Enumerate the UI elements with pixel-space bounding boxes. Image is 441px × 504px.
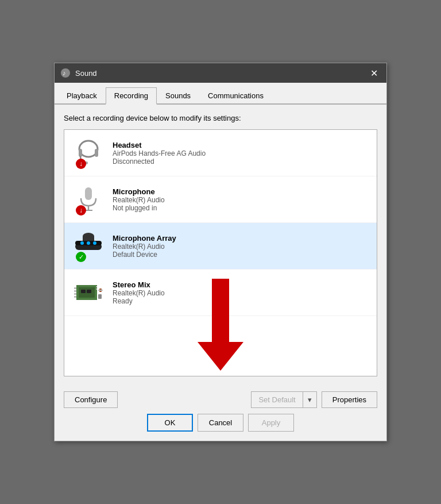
- action-buttons-row: Configure Set Default ▾ Properties: [64, 391, 377, 408]
- device-status-stereo-mix: Ready: [113, 297, 165, 305]
- svg-rect-21: [74, 290, 76, 292]
- device-icon-mic-array-wrap: ✓: [71, 229, 106, 263]
- device-info-stereo-mix: Stereo Mix Realtek(R) Audio Ready: [113, 280, 165, 305]
- device-sub-mic-array: Realtek(R) Audio: [113, 243, 176, 251]
- badge-green-mic-array: ✓: [76, 252, 86, 262]
- svg-rect-3: [79, 149, 82, 157]
- tab-sounds[interactable]: Sounds: [157, 87, 199, 105]
- tab-playback[interactable]: Playback: [58, 87, 106, 105]
- device-status-mic: Not plugged in: [113, 204, 165, 212]
- device-info-mic-array: Microphone Array Realtek(R) Audio Defaul…: [113, 234, 176, 259]
- svg-text:♪: ♪: [63, 70, 66, 76]
- svg-rect-25: [98, 290, 103, 291]
- apply-button[interactable]: Apply: [248, 414, 294, 432]
- svg-rect-20: [74, 287, 76, 289]
- device-name-stereo-mix: Stereo Mix: [113, 280, 165, 289]
- instruction-text: Select a recording device below to modif…: [64, 114, 377, 122]
- properties-button[interactable]: Properties: [322, 391, 377, 408]
- configure-button[interactable]: Configure: [64, 391, 118, 408]
- device-sub-mic: Realtek(R) Audio: [113, 196, 165, 204]
- device-item-microphone[interactable]: ↓ Microphone Realtek(R) Audio Not plugge…: [64, 176, 377, 223]
- device-name-mic-array: Microphone Array: [113, 234, 176, 243]
- device-icon-stereo-mix-wrap: [71, 275, 106, 310]
- stereo-mix-icon: [73, 277, 104, 308]
- badge-red-mic: ↓: [76, 205, 86, 216]
- tab-content: Select a recording device below to modif…: [55, 105, 386, 386]
- device-sub-stereo-mix: Realtek(R) Audio: [113, 289, 165, 297]
- svg-point-13: [80, 241, 84, 245]
- device-info-mic: Microphone Realtek(R) Audio Not plugged …: [113, 187, 165, 212]
- dialog-buttons-row: OK Cancel Apply: [64, 414, 377, 432]
- sound-dialog: ♪ Sound ✕ Playback Recording Sounds Comm…: [54, 63, 387, 441]
- svg-rect-27: [96, 288, 97, 290]
- device-name-mic: Microphone: [113, 187, 165, 196]
- svg-rect-22: [74, 293, 76, 295]
- window-title: Sound: [75, 69, 367, 78]
- device-icon-headset-wrap: ↓: [71, 136, 106, 170]
- svg-point-15: [93, 241, 96, 245]
- svg-rect-19: [87, 290, 91, 293]
- device-sub-headset: AirPods Hands-Free AG Audio: [113, 149, 206, 157]
- set-default-group: Set Default ▾: [251, 391, 316, 408]
- device-list[interactable]: ↓ Headset AirPods Hands-Free AG Audio Di…: [64, 129, 377, 376]
- svg-rect-6: [85, 187, 92, 200]
- cancel-button[interactable]: Cancel: [198, 414, 243, 432]
- svg-rect-26: [96, 286, 97, 287]
- close-button[interactable]: ✕: [367, 66, 381, 80]
- ok-button[interactable]: OK: [147, 414, 193, 432]
- tab-communications[interactable]: Communications: [199, 87, 272, 105]
- titlebar: ♪ Sound ✕: [55, 63, 386, 83]
- device-name-headset: Headset: [113, 141, 206, 149]
- device-icon-mic-wrap: ↓: [71, 182, 106, 217]
- device-status-headset: Disconnected: [113, 157, 206, 166]
- device-item-headset[interactable]: ↓ Headset AirPods Hands-Free AG Audio Di…: [64, 130, 377, 176]
- bottom-section: Configure Set Default ▾ Properties OK Ca…: [55, 386, 386, 441]
- device-item-mic-array[interactable]: ✓ Microphone Array Realtek(R) Audio Defa…: [64, 223, 377, 270]
- svg-rect-4: [95, 149, 98, 157]
- svg-rect-18: [81, 290, 86, 293]
- set-default-dropdown[interactable]: ▾: [303, 391, 317, 408]
- set-default-button[interactable]: Set Default: [251, 391, 302, 408]
- tab-bar: Playback Recording Sounds Communications: [55, 83, 386, 105]
- device-info-headset: Headset AirPods Hands-Free AG Audio Disc…: [113, 141, 206, 166]
- tab-recording[interactable]: Recording: [106, 87, 157, 105]
- sound-icon: ♪: [60, 68, 71, 78]
- badge-red-headset: ↓: [76, 159, 86, 169]
- svg-point-14: [87, 241, 90, 245]
- svg-rect-23: [74, 296, 76, 298]
- svg-rect-28: [98, 294, 102, 299]
- device-status-mic-array: Default Device: [113, 251, 176, 259]
- device-item-stereo-mix[interactable]: Stereo Mix Realtek(R) Audio Ready: [64, 270, 377, 316]
- right-buttons: Set Default ▾ Properties: [251, 391, 377, 408]
